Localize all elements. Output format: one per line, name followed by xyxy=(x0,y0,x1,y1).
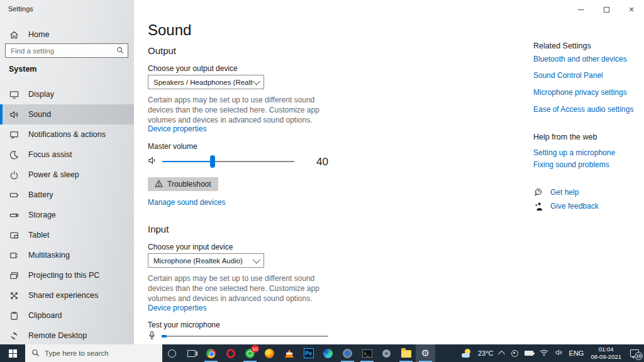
output-device-dropdown[interactable]: Speakers / Headphones (Realtek... xyxy=(148,75,264,89)
output-device-value: Speakers / Headphones (Realtek... xyxy=(153,79,253,86)
slider-fill xyxy=(162,161,213,162)
sidebar-nav: Display Sound Notifications & actions Fo… xyxy=(0,84,134,346)
settings-taskbar-button[interactable]: ⚙ xyxy=(416,344,435,362)
input-device-dropdown[interactable]: Microphone (Realtek Audio) xyxy=(148,253,264,268)
sidebar-item-label: Battery xyxy=(28,190,53,199)
sidebar-item-focus-assist[interactable]: Focus assist xyxy=(0,145,134,165)
give-feedback-link[interactable]: Give feedback xyxy=(550,202,599,211)
chrome-button[interactable] xyxy=(201,344,221,362)
terminal-button[interactable]: >_ xyxy=(357,344,377,362)
give-feedback-icon xyxy=(533,201,543,211)
sidebar-item-projecting[interactable]: Projecting to this PC xyxy=(0,265,134,285)
multitasking-icon xyxy=(9,250,19,260)
maximize-button[interactable] xyxy=(594,0,619,19)
firefox-button[interactable] xyxy=(260,344,279,362)
sidebar-item-power-sleep[interactable]: Power & sleep xyxy=(0,165,134,185)
focus-assist-icon xyxy=(9,150,19,160)
start-button[interactable] xyxy=(0,344,25,362)
projecting-icon xyxy=(9,270,19,280)
get-help-link[interactable]: Get help xyxy=(550,188,579,197)
file-explorer-button[interactable] xyxy=(396,344,416,362)
sidebar-item-label: Display xyxy=(28,90,54,99)
page-title: Sound xyxy=(148,21,191,39)
sidebar: Home System Display Sound Notifications … xyxy=(0,0,134,344)
media-app-icon xyxy=(382,349,391,358)
manage-sound-devices-link[interactable]: Manage sound devices xyxy=(148,198,225,207)
battery-status-button[interactable] xyxy=(521,344,536,362)
wifi-status-button[interactable] xyxy=(536,344,552,362)
circle-app-icon xyxy=(343,349,352,358)
clock[interactable]: 01:04 08-09-2021 xyxy=(587,346,625,361)
sidebar-item-clipboard[interactable]: Clipboard xyxy=(0,305,134,326)
opera-button[interactable] xyxy=(221,344,240,362)
sidebar-item-label: Remote Desktop xyxy=(28,331,87,340)
file-explorer-icon xyxy=(401,350,411,358)
get-help-row[interactable]: Get help xyxy=(533,187,579,197)
edge-button[interactable] xyxy=(318,344,338,362)
show-hidden-icons-button[interactable] xyxy=(497,344,508,362)
sidebar-item-remote-desktop[interactable]: Remote Desktop xyxy=(0,326,134,346)
sidebar-item-label: Multitasking xyxy=(28,251,70,260)
give-feedback-row[interactable]: Give feedback xyxy=(533,201,599,211)
tray-app-button[interactable] xyxy=(508,344,521,362)
microphone-icon xyxy=(148,331,156,343)
sidebar-item-notifications[interactable]: Notifications & actions xyxy=(0,124,134,145)
temperature-display[interactable]: 23°C xyxy=(475,344,497,362)
language-indicator[interactable]: ENG xyxy=(566,344,587,362)
media-app-button[interactable] xyxy=(377,344,396,362)
sidebar-item-display[interactable]: Display xyxy=(0,84,134,104)
bluetooth-devices-link[interactable]: Bluetooth and other devices xyxy=(533,55,627,63)
sidebar-item-tablet[interactable]: Tablet xyxy=(0,225,134,245)
master-volume-slider[interactable] xyxy=(162,155,294,168)
settings-search-input[interactable] xyxy=(11,47,116,55)
sidebar-section-system: System xyxy=(9,65,36,74)
fixing-sound-problems-link[interactable]: Fixing sound problems xyxy=(533,160,609,169)
troubleshoot-button[interactable]: Troubleshoot xyxy=(148,177,218,191)
speaker-icon xyxy=(148,156,157,168)
whatsapp-button[interactable]: 10 xyxy=(240,344,260,362)
sidebar-item-multitasking[interactable]: Multitasking xyxy=(0,245,134,265)
weather-button[interactable] xyxy=(458,344,475,362)
chevron-down-icon xyxy=(253,77,261,85)
tablet-icon xyxy=(9,230,19,240)
window-title: Settings xyxy=(8,5,33,13)
minimize-button[interactable] xyxy=(569,0,594,19)
taskbar-search[interactable]: Type here to search xyxy=(25,344,162,362)
sound-control-panel-link[interactable]: Sound Control Panel xyxy=(533,71,603,80)
sidebar-item-label: Power & sleep xyxy=(28,170,79,179)
sidebar-item-shared-experiences[interactable]: Shared experiences xyxy=(0,285,134,305)
chevron-up-icon xyxy=(497,351,504,358)
sidebar-item-battery[interactable]: Battery xyxy=(0,185,134,205)
troubleshoot-label: Troubleshoot xyxy=(167,180,211,189)
vlc-button[interactable] xyxy=(279,344,299,362)
sound-icon xyxy=(9,109,19,119)
ease-of-access-audio-link[interactable]: Ease of Access audio settings xyxy=(533,105,633,114)
task-view-button[interactable] xyxy=(182,344,201,362)
output-section-heading: Output xyxy=(148,45,176,56)
sidebar-item-label: Focus assist xyxy=(28,150,72,159)
microphone-privacy-link[interactable]: Microphone privacy settings xyxy=(533,88,627,97)
home-icon xyxy=(9,30,19,40)
close-button[interactable]: × xyxy=(619,0,644,19)
battery-icon xyxy=(9,190,19,200)
action-center-button[interactable]: 16 xyxy=(625,344,644,362)
close-icon: × xyxy=(629,5,634,14)
circle-app-button[interactable] xyxy=(338,344,357,362)
display-icon xyxy=(9,89,19,99)
sidebar-item-home[interactable]: Home xyxy=(0,25,134,44)
sidebar-item-sound[interactable]: Sound xyxy=(0,104,134,124)
speaker-icon xyxy=(555,348,563,359)
output-device-properties-link[interactable]: Device properties xyxy=(148,124,206,133)
sidebar-item-storage[interactable]: Storage xyxy=(0,205,134,225)
volume-status-button[interactable] xyxy=(552,344,566,362)
slider-thumb[interactable] xyxy=(210,155,215,168)
photoshop-button[interactable]: Ps xyxy=(299,344,318,362)
settings-search-box[interactable] xyxy=(5,43,128,58)
cortana-button[interactable] xyxy=(162,344,182,362)
input-description: Certain apps may be set up to use differ… xyxy=(148,273,336,304)
input-device-properties-link[interactable]: Device properties xyxy=(148,304,206,312)
help-from-web-heading: Help from the web xyxy=(533,133,597,141)
sidebar-item-label: Clipboard xyxy=(28,311,62,320)
cortana-icon xyxy=(168,349,176,358)
setting-up-microphone-link[interactable]: Setting up a microphone xyxy=(533,148,615,157)
